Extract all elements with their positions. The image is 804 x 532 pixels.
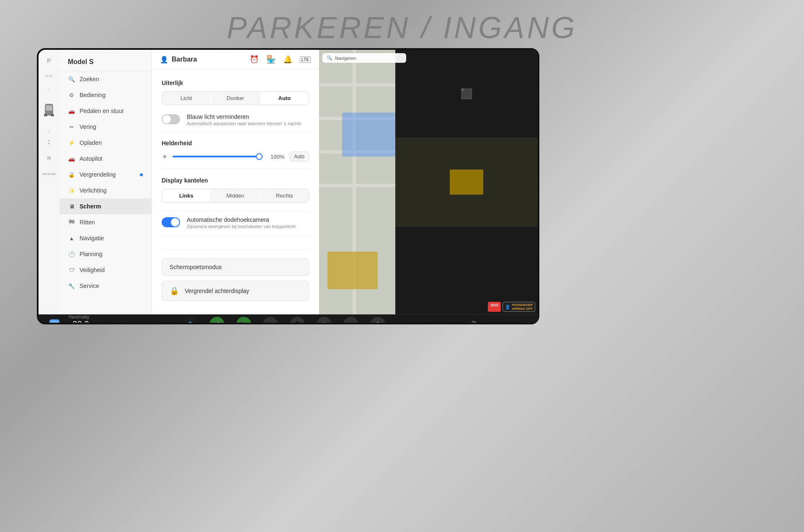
tilt-midden[interactable]: Midden bbox=[211, 189, 259, 202]
tilt-links[interactable]: Links bbox=[162, 189, 210, 202]
brightness-section: Helderheid ☀ 100% Auto bbox=[162, 140, 309, 169]
volume-slider[interactable] bbox=[480, 324, 505, 324]
airbag-label: PASSENGERAIRBAG OFF bbox=[512, 303, 533, 311]
tilt-section: Display kantelen Links Midden Rechts bbox=[162, 177, 309, 203]
blue-light-sublabel: Automatisch aanpassen naar warmere kleur… bbox=[187, 121, 302, 126]
temp-right-arrow[interactable]: › bbox=[90, 321, 93, 325]
nav-item-zoeken[interactable]: 🔍 Zoeken bbox=[59, 71, 151, 87]
bediening-icon: ⚙ bbox=[68, 91, 75, 99]
nav-item-ritten[interactable]: 🏁 Ritten bbox=[59, 214, 151, 230]
vergrendeling-dot bbox=[140, 173, 143, 176]
arrow-up-icon: ↑ bbox=[47, 87, 51, 94]
svg-rect-1 bbox=[46, 105, 52, 111]
theme-auto[interactable]: Auto bbox=[260, 92, 309, 105]
info-taskbar-btn[interactable]: ℹ bbox=[368, 315, 387, 324]
nav-left-arrow[interactable]: ‹ bbox=[459, 320, 462, 325]
vering-icon: ✏ bbox=[68, 123, 75, 131]
svg-point-12 bbox=[189, 324, 191, 325]
parking-sign: PARKEREN / INGANG bbox=[84, 10, 720, 45]
gear-n: N bbox=[41, 152, 57, 165]
apps-taskbar-btn[interactable]: ✿ bbox=[288, 315, 307, 324]
cam-thumbnail bbox=[450, 170, 483, 195]
nav-item-autopilot[interactable]: 🚗 Autopilot bbox=[59, 151, 151, 167]
screen-clean-btn[interactable]: Schermpoetsmodus bbox=[162, 258, 309, 276]
nav-item-opladen[interactable]: ⚡ Opladen bbox=[59, 135, 151, 151]
dots-icon bbox=[48, 140, 50, 144]
vergrendeling-icon: 🔒 bbox=[68, 171, 75, 178]
camera-toggle[interactable] bbox=[162, 217, 180, 227]
divider-1 bbox=[162, 211, 309, 211]
cam-icon-1: ⬛ bbox=[460, 88, 473, 100]
nav-item-planning[interactable]: 🕐 Planning bbox=[59, 246, 151, 262]
service-icon: 🔧 bbox=[68, 282, 75, 290]
brightness-value: 100% bbox=[268, 154, 284, 160]
nav-item-veiligheid[interactable]: 🛡 Veiligheid bbox=[59, 262, 151, 278]
header-user: 👤 Barbara bbox=[160, 56, 197, 64]
camera-toggle-row: Automatische dodehoekcamera Zijcamera we… bbox=[162, 216, 309, 236]
gear-mode-label: Handmatig bbox=[69, 315, 93, 319]
brightness-auto-btn[interactable]: Auto bbox=[289, 152, 309, 162]
theme-licht[interactable]: Licht bbox=[162, 92, 210, 105]
search-icon: 🔍 bbox=[68, 75, 75, 83]
badges-area: SOS 👤 PASSENGERAIRBAG OFF bbox=[488, 302, 535, 312]
brightness-row: ☀ 100% Auto bbox=[162, 152, 309, 162]
more-taskbar-btn[interactable]: ··· bbox=[261, 315, 280, 324]
svg-rect-5 bbox=[50, 321, 59, 324]
nav-right-arrow[interactable]: › bbox=[512, 320, 515, 325]
theme-donker[interactable]: Donker bbox=[211, 92, 259, 105]
header-icons: ⏰ 🏪 🔔 LTE bbox=[250, 55, 311, 64]
camera-taskbar-btn[interactable] bbox=[181, 315, 199, 324]
opladen-icon: ⚡ bbox=[68, 139, 75, 146]
lte-badge: LTE bbox=[300, 57, 311, 63]
lock-rear-btn[interactable]: 🔒 Vergrendel achterdisplay bbox=[162, 281, 309, 301]
taskbar-right: ‹ 🔊 › ↩ bbox=[446, 319, 529, 324]
alarm-icon[interactable]: ⏰ bbox=[250, 55, 259, 64]
blue-light-toggle[interactable] bbox=[162, 114, 180, 124]
camera-panel-1: ⬛ bbox=[395, 50, 538, 138]
temp-left-arrow[interactable]: ‹ bbox=[69, 321, 71, 325]
tilt-rechts[interactable]: Rechts bbox=[260, 189, 309, 202]
gear-p: P bbox=[41, 54, 57, 67]
game-taskbar-btn[interactable]: 🎮 bbox=[315, 315, 333, 324]
taskbar: Handmatig ‹ 20.0 › bbox=[39, 314, 538, 324]
temp-display: Handmatig ‹ 20.0 › bbox=[69, 315, 93, 324]
sos-badge[interactable]: SOS bbox=[488, 302, 501, 312]
nav-item-bediening[interactable]: ⚙ Bediening bbox=[59, 87, 151, 103]
bell-icon[interactable]: 🔔 bbox=[283, 55, 292, 64]
map-search-icon: 🔍 bbox=[327, 55, 332, 61]
nav-item-service[interactable]: 🔧 Service bbox=[59, 278, 151, 294]
nav-item-vering[interactable]: ✏ Vering bbox=[59, 119, 151, 135]
nav-item-verlichting[interactable]: ✨ Verlichting bbox=[59, 182, 151, 198]
shop-icon[interactable]: 🏪 bbox=[266, 55, 276, 64]
theme-selector: Licht Donker Auto bbox=[162, 91, 309, 105]
tesla-screen: P In P ↑ ↓ bbox=[37, 48, 539, 324]
camera-panels: ⬛ SOS 👤 PAS bbox=[395, 50, 538, 314]
appearance-label: Uiterlijk bbox=[162, 80, 309, 86]
tilt-label: Display kantelen bbox=[162, 177, 309, 184]
svg-rect-14 bbox=[189, 322, 191, 323]
blue-light-row: Blauw licht verminderen Automatisch aanp… bbox=[162, 113, 309, 133]
phone-taskbar-btn[interactable]: 📞 bbox=[234, 315, 253, 324]
brightness-label: Helderheid bbox=[162, 140, 309, 146]
nav-item-pedalen[interactable]: 🚗 Pedalen en stuur bbox=[59, 103, 151, 119]
camera-section: Automatische dodehoekcamera Zijcamera we… bbox=[162, 216, 309, 250]
check-taskbar-btn[interactable]: ✓ bbox=[208, 315, 226, 324]
nav-item-navigatie[interactable]: ▲ Navigatie bbox=[59, 230, 151, 246]
temperature-value: 20.0 bbox=[72, 319, 89, 324]
return-icon[interactable]: ↩ bbox=[522, 319, 529, 324]
gear-in-p: In P bbox=[41, 69, 57, 83]
nav-item-vergrendeling[interactable]: 🔒 Vergrendeling bbox=[59, 167, 151, 182]
media-taskbar-btn[interactable]: ▶ bbox=[342, 315, 360, 324]
airbag-badge-container: 👤 PASSENGERAIRBAG OFF bbox=[502, 302, 535, 312]
nav-item-scherm[interactable]: 🖥 Scherm bbox=[59, 198, 151, 214]
ritten-icon: 🏁 bbox=[68, 218, 75, 226]
settings-content: Uiterlijk Licht Donker Auto bbox=[152, 69, 319, 314]
map-search-bar[interactable]: 🔍 Navigeren bbox=[322, 53, 406, 63]
screen-clean-label: Schermpoetsmodus bbox=[170, 264, 222, 270]
taskbar-left: Handmatig ‹ 20.0 › bbox=[47, 315, 122, 324]
car-icon bbox=[43, 100, 55, 121]
brightness-slider[interactable] bbox=[173, 156, 263, 157]
header-bar: 👤 Barbara ⏰ 🏪 🔔 LTE bbox=[152, 50, 319, 69]
planning-icon: 🕐 bbox=[68, 250, 75, 258]
temp-row: ‹ 20.0 › bbox=[69, 319, 93, 324]
